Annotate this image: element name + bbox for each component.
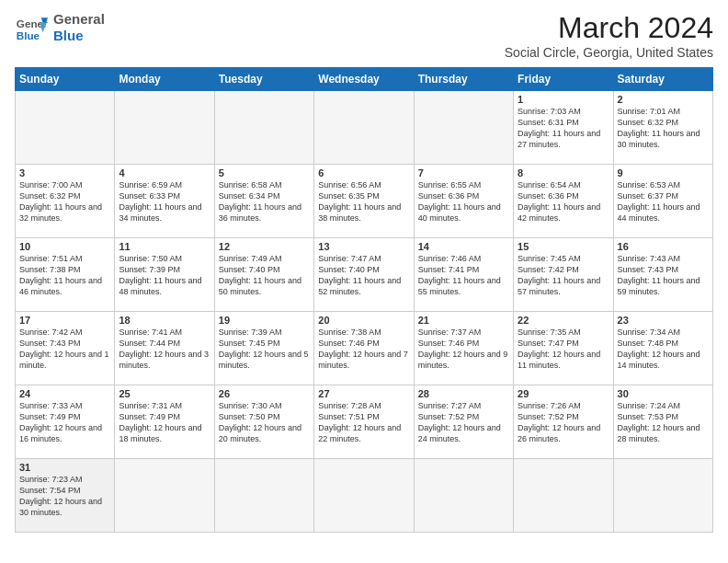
- day-number: 15: [518, 241, 609, 252]
- week-row-5: 31Sunrise: 7:23 AM Sunset: 7:54 PM Dayli…: [16, 459, 713, 533]
- day-cell: 24Sunrise: 7:33 AM Sunset: 7:49 PM Dayli…: [16, 385, 115, 459]
- day-cell: 10Sunrise: 7:51 AM Sunset: 7:38 PM Dayli…: [16, 238, 115, 312]
- calendar-title: March 2024: [505, 11, 713, 45]
- day-info: Sunrise: 7:33 AM Sunset: 7:49 PM Dayligh…: [19, 400, 110, 445]
- day-cell: 6Sunrise: 6:56 AM Sunset: 6:35 PM Daylig…: [314, 165, 414, 238]
- day-cell: [414, 91, 513, 165]
- day-info: Sunrise: 6:59 AM Sunset: 6:33 PM Dayligh…: [119, 179, 210, 224]
- day-number: 12: [219, 241, 310, 252]
- header: General Blue General Blue March 2024 Soc…: [15, 11, 713, 60]
- day-info: Sunrise: 7:37 AM Sunset: 7:46 PM Dayligh…: [418, 327, 509, 372]
- day-info: Sunrise: 7:23 AM Sunset: 7:54 PM Dayligh…: [19, 474, 110, 519]
- day-info: Sunrise: 6:55 AM Sunset: 6:36 PM Dayligh…: [418, 179, 509, 224]
- logo-icon: General Blue: [15, 11, 48, 44]
- day-info: Sunrise: 6:54 AM Sunset: 6:36 PM Dayligh…: [518, 179, 609, 224]
- day-info: Sunrise: 7:30 AM Sunset: 7:50 PM Dayligh…: [219, 400, 310, 445]
- day-cell: 16Sunrise: 7:43 AM Sunset: 7:43 PM Dayli…: [613, 238, 712, 312]
- day-cell: 12Sunrise: 7:49 AM Sunset: 7:40 PM Dayli…: [214, 238, 313, 312]
- header-cell-tuesday: Tuesday: [214, 68, 313, 91]
- day-cell: 7Sunrise: 6:55 AM Sunset: 6:36 PM Daylig…: [414, 165, 513, 238]
- day-number: 14: [418, 241, 509, 252]
- day-cell: 1Sunrise: 7:03 AM Sunset: 6:31 PM Daylig…: [514, 91, 613, 165]
- day-info: Sunrise: 7:46 AM Sunset: 7:41 PM Dayligh…: [418, 253, 509, 298]
- day-number: 3: [19, 167, 110, 178]
- day-cell: [115, 459, 214, 533]
- day-number: 23: [618, 315, 709, 326]
- day-cell: 17Sunrise: 7:42 AM Sunset: 7:43 PM Dayli…: [16, 312, 115, 385]
- header-cell-thursday: Thursday: [414, 68, 513, 91]
- day-cell: 28Sunrise: 7:27 AM Sunset: 7:52 PM Dayli…: [414, 385, 513, 459]
- day-cell: 19Sunrise: 7:39 AM Sunset: 7:45 PM Dayli…: [214, 312, 313, 385]
- day-number: 4: [119, 167, 210, 178]
- day-cell: [414, 459, 513, 533]
- day-number: 21: [418, 315, 509, 326]
- calendar-header: SundayMondayTuesdayWednesdayThursdayFrid…: [16, 68, 713, 91]
- day-info: Sunrise: 7:00 AM Sunset: 6:32 PM Dayligh…: [19, 179, 110, 224]
- day-info: Sunrise: 7:45 AM Sunset: 7:42 PM Dayligh…: [518, 253, 609, 298]
- day-info: Sunrise: 7:01 AM Sunset: 6:32 PM Dayligh…: [618, 106, 709, 151]
- day-number: 9: [618, 167, 709, 178]
- header-cell-sunday: Sunday: [16, 68, 115, 91]
- day-info: Sunrise: 7:39 AM Sunset: 7:45 PM Dayligh…: [219, 327, 310, 372]
- day-info: Sunrise: 7:42 AM Sunset: 7:43 PM Dayligh…: [19, 327, 110, 372]
- day-number: 19: [219, 315, 310, 326]
- day-number: 13: [318, 241, 409, 252]
- day-number: 8: [518, 167, 609, 178]
- day-cell: 13Sunrise: 7:47 AM Sunset: 7:40 PM Dayli…: [314, 238, 414, 312]
- day-info: Sunrise: 7:34 AM Sunset: 7:48 PM Dayligh…: [618, 327, 709, 372]
- day-cell: 25Sunrise: 7:31 AM Sunset: 7:49 PM Dayli…: [115, 385, 214, 459]
- week-row-2: 10Sunrise: 7:51 AM Sunset: 7:38 PM Dayli…: [16, 238, 713, 312]
- day-number: 18: [119, 315, 210, 326]
- day-info: Sunrise: 7:24 AM Sunset: 7:53 PM Dayligh…: [618, 400, 709, 445]
- day-info: Sunrise: 7:27 AM Sunset: 7:52 PM Dayligh…: [418, 400, 509, 445]
- day-info: Sunrise: 7:28 AM Sunset: 7:51 PM Dayligh…: [318, 400, 409, 445]
- day-number: 16: [618, 241, 709, 252]
- day-info: Sunrise: 7:50 AM Sunset: 7:39 PM Dayligh…: [119, 253, 210, 298]
- day-info: Sunrise: 6:56 AM Sunset: 6:35 PM Dayligh…: [318, 179, 409, 224]
- day-info: Sunrise: 7:35 AM Sunset: 7:47 PM Dayligh…: [518, 327, 609, 372]
- calendar-table: SundayMondayTuesdayWednesdayThursdayFrid…: [15, 67, 713, 533]
- day-cell: [214, 91, 313, 165]
- day-number: 30: [618, 388, 709, 399]
- day-cell: 4Sunrise: 6:59 AM Sunset: 6:33 PM Daylig…: [115, 165, 214, 238]
- day-cell: 8Sunrise: 6:54 AM Sunset: 6:36 PM Daylig…: [514, 165, 613, 238]
- week-row-3: 17Sunrise: 7:42 AM Sunset: 7:43 PM Dayli…: [16, 312, 713, 385]
- header-cell-monday: Monday: [115, 68, 214, 91]
- day-number: 11: [119, 241, 210, 252]
- day-info: Sunrise: 6:58 AM Sunset: 6:34 PM Dayligh…: [219, 179, 310, 224]
- day-cell: 15Sunrise: 7:45 AM Sunset: 7:42 PM Dayli…: [514, 238, 613, 312]
- day-cell: [613, 459, 712, 533]
- day-cell: 3Sunrise: 7:00 AM Sunset: 6:32 PM Daylig…: [16, 165, 115, 238]
- day-number: 1: [518, 94, 609, 105]
- day-cell: 11Sunrise: 7:50 AM Sunset: 7:39 PM Dayli…: [115, 238, 214, 312]
- day-cell: 18Sunrise: 7:41 AM Sunset: 7:44 PM Dayli…: [115, 312, 214, 385]
- day-cell: 14Sunrise: 7:46 AM Sunset: 7:41 PM Dayli…: [414, 238, 513, 312]
- day-info: Sunrise: 6:53 AM Sunset: 6:37 PM Dayligh…: [618, 179, 709, 224]
- day-cell: 31Sunrise: 7:23 AM Sunset: 7:54 PM Dayli…: [16, 459, 115, 533]
- day-number: 6: [318, 167, 409, 178]
- day-cell: [115, 91, 214, 165]
- day-info: Sunrise: 7:03 AM Sunset: 6:31 PM Dayligh…: [518, 106, 609, 151]
- header-cell-saturday: Saturday: [613, 68, 712, 91]
- day-info: Sunrise: 7:49 AM Sunset: 7:40 PM Dayligh…: [219, 253, 310, 298]
- day-info: Sunrise: 7:43 AM Sunset: 7:43 PM Dayligh…: [618, 253, 709, 298]
- day-cell: 21Sunrise: 7:37 AM Sunset: 7:46 PM Dayli…: [414, 312, 513, 385]
- header-cell-wednesday: Wednesday: [314, 68, 414, 91]
- day-info: Sunrise: 7:47 AM Sunset: 7:40 PM Dayligh…: [318, 253, 409, 298]
- day-info: Sunrise: 7:31 AM Sunset: 7:49 PM Dayligh…: [119, 400, 210, 445]
- day-number: 26: [219, 388, 310, 399]
- day-cell: [214, 459, 313, 533]
- page: General Blue General Blue March 2024 Soc…: [0, 0, 728, 540]
- day-number: 10: [19, 241, 110, 252]
- day-cell: 9Sunrise: 6:53 AM Sunset: 6:37 PM Daylig…: [613, 165, 712, 238]
- header-row: SundayMondayTuesdayWednesdayThursdayFrid…: [16, 68, 713, 91]
- day-number: 27: [318, 388, 409, 399]
- calendar-body: 1Sunrise: 7:03 AM Sunset: 6:31 PM Daylig…: [16, 91, 713, 533]
- day-cell: 22Sunrise: 7:35 AM Sunset: 7:47 PM Dayli…: [514, 312, 613, 385]
- logo-blue: Blue: [53, 28, 105, 44]
- calendar-subtitle: Social Circle, Georgia, United States: [505, 45, 713, 60]
- day-cell: 23Sunrise: 7:34 AM Sunset: 7:48 PM Dayli…: [613, 312, 712, 385]
- day-number: 22: [518, 315, 609, 326]
- day-cell: 2Sunrise: 7:01 AM Sunset: 6:32 PM Daylig…: [613, 91, 712, 165]
- week-row-4: 24Sunrise: 7:33 AM Sunset: 7:49 PM Dayli…: [16, 385, 713, 459]
